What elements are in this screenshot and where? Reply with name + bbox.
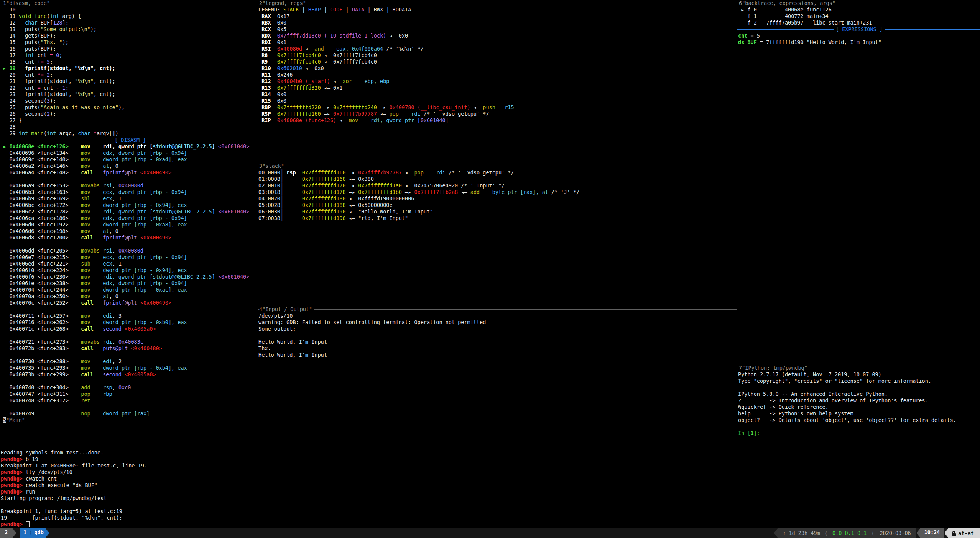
text-segment: "Hello World, I'm Input" [358,208,433,215]
text-segment: 2 [47,111,50,117]
text-segment: ◂— [346,176,358,182]
text-segment: —▸ [346,189,358,195]
text-segment: 0x7fffffffd240 [333,104,377,110]
text-segment: ◂— [386,33,399,39]
terminal-line: 0x4006f6 <func+230> mov rdi, qword ptr [… [0,274,257,280]
text-segment: fprintf@plt [103,169,137,176]
pane-border [0,420,737,420]
text-segment: Type "copyright", "credits" or "license"… [738,378,931,384]
text-segment [324,46,337,52]
text-segment: Breakpoint 1, func (arg=5) at test.c:19 [1,508,122,514]
terminal-line: 0x4006a9 <func+153> movabs rsi, 0x40080d [0,182,257,189]
text-segment: 0x40072b <func+283> [0,345,81,351]
text-segment: 0x400740 <func+304> [0,384,81,390]
terminal-line: Starting program: /tmp/pwndbg/test [1,495,736,502]
terminal-line: 14 gets(BUF); [0,33,257,39]
text-segment: int [47,130,56,136]
text-segment [215,208,218,215]
text-segment [137,235,140,241]
text-segment: 0x40083c [118,339,143,345]
text-segment: 0x4006d8 <func+200> [0,235,81,241]
powerline-arrow-icon [944,528,949,538]
text-segment: 0x40080d [277,46,302,52]
text-segment: 0x0 [399,33,408,39]
pane-number: 1 [3,0,6,6]
expressions-view[interactable]: cnt = 5ds BUF = 7fffffffd190 "Hello Worl… [738,33,980,46]
terminal-line: 0x40073b <func+299> call second <0x4005a… [0,371,257,378]
text-segment [94,371,103,377]
text-segment: mov [81,150,90,156]
text-segment: 0x4006a2 <func+146> [0,163,81,169]
text-segment: edx, dword ptr [rbp - 0x94] [103,215,187,221]
text-segment: rbp [103,391,112,397]
text-segment [283,169,286,176]
text-segment: 0x7fffffffd320 [277,85,321,91]
text-segment: [0x601040] [418,117,449,123]
registers-view[interactable]: LEGEND: STACK | HEAP | CODE | DATA | RWX… [258,7,736,124]
source-code-view[interactable]: 10 11 void func(int arg) { 12 char BUF[1… [0,7,257,137]
terminal-line: %quickref -> Quick reference. [738,404,980,410]
text-segment: <0x601040> [218,143,249,149]
text-segment: ? -> Introduction and overview of IPytho… [738,397,928,404]
text-segment: , [109,293,115,299]
pane-number: 4 [259,306,262,312]
text-segment: /* '__vdso_getcpu' */ [421,111,489,117]
text-segment: 0x4006b9 <func+169> [0,195,81,202]
text-segment: cwatch cnt [26,476,57,482]
text-segment: STACK [283,7,299,13]
text-segment: %quickref -> Quick reference. [738,404,829,410]
text-segment: mov [81,358,90,364]
text-segment: al [103,293,109,299]
text-segment: = [38,85,41,91]
ipython-console[interactable]: Python 2.7.17 (default, Nov 7 2019, 10:0… [738,371,980,436]
text-segment: HEAP [308,7,321,13]
program-io-view[interactable]: /dev/pts/10warning: GDB: Failed to set c… [258,313,736,358]
text-segment: 19 fprintf(stdout, "%d\n", cnt); [1,515,122,521]
terminal-line: 26 second(2); [0,111,257,117]
text-segment: R8 [258,52,277,58]
expressions-section-label: [ EXPRESSIONS ] [834,26,885,33]
backtrace-view[interactable]: ► f 0 40068e func+126 f 1 400772 main+34… [738,7,980,26]
disassembly-view[interactable]: ► 0x40068e <func+126> mov rdi, qword ptr… [0,143,257,417]
text-segment: 0x7fffffffd220 [277,104,321,110]
pane-border [737,0,737,528]
text-segment: pwndbg> [1,521,26,527]
tmux-session-badge[interactable]: 2 [0,528,12,538]
text-segment: ecx, dword ptr [rbp - 0x94] [103,189,187,195]
text-segment: —▸ [377,104,390,110]
text-segment: ]: [754,430,763,436]
text-segment: 0x7ffff7dd18c0 (_IO_stdfile_1_lock) [277,33,386,39]
tmux-window-gdb[interactable]: 1⟩gdb [20,528,45,538]
pane-number: 3 [259,163,262,169]
text-segment: main [31,130,44,136]
text-segment: , [109,163,115,169]
text-segment: , [112,339,118,345]
text-segment: 1 [62,85,66,91]
text-segment: ds BUF [738,39,757,45]
terminal-line: pwndbg> cwatch cnt [1,476,736,482]
text-segment: ); [50,98,56,104]
disasm-section-label: [ DISASM ] [113,137,148,143]
terminal-line: 0x400704 <func+244> mov dword ptr [rbp -… [0,287,257,293]
text-segment: 27 } [0,117,22,123]
stack-view[interactable]: 00:0000│ rsp 0x7fffffffd160 —▸ 0x7ffff7b… [258,169,736,221]
text-segment: mov [81,189,90,195]
status-strip: ↑ 1d 23h 49m ⟨ 0.0 0.1 0.1 ⟨ 2020-03-06 [778,528,916,538]
gdb-console[interactable]: Reading symbols from test...done.pwndbg>… [1,423,736,528]
pane-title-main: 5"Main" [3,417,26,423]
terminal-line: 00:0000│ rsp 0x7fffffffd160 —▸ 0x7ffff7b… [258,169,736,176]
terminal-line: 23 fprintf(stdout, "%d\n", cnt); [0,91,257,98]
text-segment: 0x7ffff7ffb2a8 [414,189,458,195]
text-segment: rsp [286,169,296,176]
terminal-line: R9 0x7ffff7fcb4c0 ◂— 0x7ffff7fcb4c0 [258,59,736,65]
text-segment: ] [212,143,215,149]
terminal-line: RDX 0x7ffff7dd18c0 (_IO_stdfile_1_lock) … [258,33,736,39]
status-separator-icon: ⟨ [870,530,876,536]
text-segment: eax, 0x4f000a64 [336,46,383,52]
terminal-line: 25 puts("Again as it was so nice"); [0,104,257,111]
terminal-line: Python 2.7.17 (default, Nov 7 2019, 10:0… [738,371,980,378]
text-segment: al [103,163,109,169]
terminal-line: 0x400747 <func+311> pop rbp [0,391,257,397]
text-segment: 18 cnt [0,59,38,65]
text-segment: 05:0028 [258,202,280,208]
